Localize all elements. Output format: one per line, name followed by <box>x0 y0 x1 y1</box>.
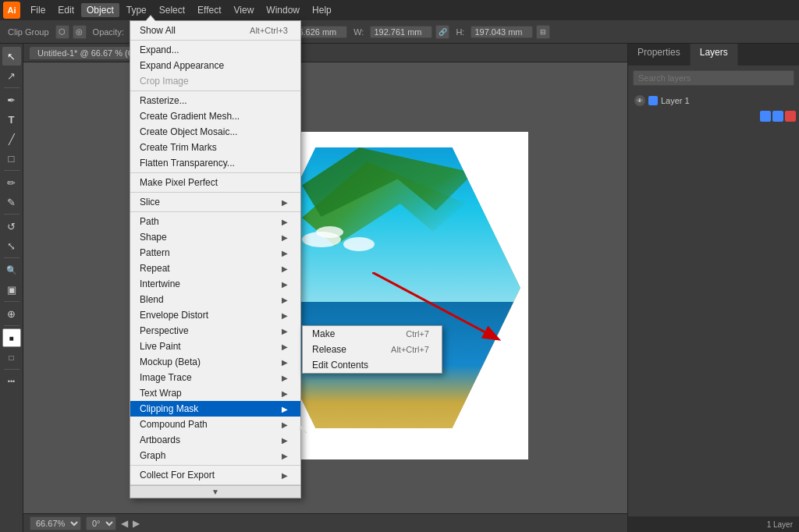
toolbar: Clip Group ⬡ ◎ Opacity: ▦ X: Y: W: 🔗 H: … <box>0 20 799 44</box>
menu-view[interactable]: View <box>229 3 260 17</box>
tab-properties[interactable]: Properties <box>628 44 691 66</box>
submenu-make[interactable]: Make Ctrl+7 <box>303 326 442 342</box>
menu-scroll-down-icon[interactable]: ▼ <box>211 488 219 496</box>
lock-proportions-icon[interactable]: 🔗 <box>435 25 449 39</box>
menu-crop-image: Crop Image <box>130 73 300 89</box>
menu-make-pixel-perfect[interactable]: Make Pixel Perfect <box>130 175 300 190</box>
menu-image-trace[interactable]: Image Trace ▶ <box>130 370 300 385</box>
tab-layers[interactable]: Layers <box>691 44 738 66</box>
eyedropper-tool[interactable]: 🔍 <box>2 261 21 279</box>
scale-tool[interactable]: ⤡ <box>2 236 21 255</box>
menu-artboards[interactable]: Artboards ▶ <box>130 432 300 448</box>
canvas-area: Untitled-1* @ 66.67 % (CMY <box>23 44 627 532</box>
menu-slice[interactable]: Slice ▶ <box>130 194 300 210</box>
w-field[interactable] <box>370 26 432 38</box>
menu-create-gradient-mesh[interactable]: Create Gradient Mesh... <box>130 108 300 124</box>
rect-tool[interactable]: □ <box>2 149 21 168</box>
menu-effect[interactable]: Effect <box>192 3 226 17</box>
canvas-bottom-bar: 66.67% 0° ◀ ▶ <box>23 513 627 532</box>
submenu-edit-contents[interactable]: Edit Contents <box>303 357 442 373</box>
object-menu[interactable]: Show All Alt+Ctrl+3 Expand... Expand App… <box>130 20 301 498</box>
menu-section-2: Expand... Expand Appearance Crop Image <box>130 41 300 91</box>
menu-blend[interactable]: Blend ▶ <box>130 292 300 307</box>
menu-expand-appearance[interactable]: Expand Appearance <box>130 58 300 73</box>
clipping-mask-submenu[interactable]: Make Ctrl+7 Release Alt+Ctrl+7 Edit Cont… <box>302 325 442 374</box>
submenu-release[interactable]: Release Alt+Ctrl+7 <box>303 342 442 357</box>
toolbar-icon-1[interactable]: ⬡ <box>55 25 69 39</box>
menu-shape[interactable]: Shape ▶ <box>130 229 300 245</box>
menu-intertwine[interactable]: Intertwine ▶ <box>130 276 300 292</box>
menu-perspective[interactable]: Perspective ▶ <box>130 323 300 339</box>
menu-envelope-distort[interactable]: Envelope Distort ▶ <box>130 307 300 323</box>
menu-repeat[interactable]: Repeat ▶ <box>130 261 300 276</box>
layer-visibility-icon[interactable]: 👁 <box>634 95 645 106</box>
direct-select-tool[interactable]: ↗ <box>2 66 21 85</box>
menu-help[interactable]: Help <box>307 3 337 17</box>
clip-group-label: Clip Group <box>5 26 52 38</box>
canvas-tab-bar: Untitled-1* @ 66.67 % (CMY <box>23 44 627 62</box>
right-panel: Properties Layers 👁 Layer 1 1 Layer <box>627 44 799 532</box>
menu-flatten-transparency[interactable]: Flatten Transparency... <box>130 155 300 171</box>
menu-text-wrap[interactable]: Text Wrap ▶ <box>130 385 300 401</box>
menu-expand[interactable]: Expand... <box>130 42 300 58</box>
pen-tool[interactable]: ✒ <box>2 90 21 109</box>
tool-separator-1 <box>4 87 20 88</box>
menu-clipping-mask[interactable]: Clipping Mask ▶ <box>130 401 300 417</box>
layer-name[interactable]: Layer 1 <box>661 96 690 105</box>
layer-indicator-2 <box>772 111 783 122</box>
app-logo: Ai <box>3 2 20 19</box>
gradient-tool[interactable]: ▣ <box>2 280 21 299</box>
tool-separator-4 <box>4 257 20 258</box>
menu-pattern[interactable]: Pattern ▶ <box>130 245 300 261</box>
rotate-tool[interactable]: ↺ <box>2 217 21 236</box>
menu-object[interactable]: Object <box>81 3 119 17</box>
nav-prev[interactable]: ◀ <box>121 518 128 529</box>
toolbar-icon-2[interactable]: ◎ <box>73 25 87 39</box>
layer-count: 1 Layer <box>767 520 793 529</box>
menu-window[interactable]: Window <box>261 3 305 17</box>
layers-search-input[interactable] <box>633 70 794 86</box>
zoom-select[interactable]: 66.67% <box>30 516 81 530</box>
menu-path[interactable]: Path ▶ <box>130 214 300 229</box>
tool-separator-7 <box>4 369 20 370</box>
menu-rasterize[interactable]: Rasterize... <box>130 93 300 108</box>
menu-section-6: Path ▶ Shape ▶ Pattern ▶ Repeat ▶ Intert… <box>130 212 300 466</box>
layer-color-swatch <box>648 96 658 105</box>
menu-compound-path[interactable]: Compound Path ▶ <box>130 417 300 432</box>
menu-edit[interactable]: Edit <box>52 3 80 17</box>
tools-panel: ↖ ↗ ✒ T ╱ □ ✏ ✎ ↺ ⤡ 🔍 ▣ ⊕ ■ □ ••• <box>0 44 23 532</box>
pencil-tool[interactable]: ✎ <box>2 193 21 211</box>
fill-color[interactable]: ■ <box>2 328 21 347</box>
tool-separator-2 <box>4 170 20 171</box>
opacity-label: Opacity: <box>90 26 127 38</box>
menu-create-trim-marks[interactable]: Create Trim Marks <box>130 140 300 155</box>
tool-separator-6 <box>4 325 20 326</box>
menu-mockup-beta[interactable]: Mockup (Beta) ▶ <box>130 354 300 370</box>
stroke-color[interactable]: □ <box>2 348 21 367</box>
menu-section-1: Show All Alt+Ctrl+3 <box>130 21 300 41</box>
zoom-tool[interactable]: ⊕ <box>2 304 21 323</box>
h-field[interactable] <box>471 26 533 38</box>
menu-create-object-mosaic[interactable]: Create Object Mosaic... <box>130 124 300 140</box>
menu-live-paint[interactable]: Live Paint ▶ <box>130 339 300 354</box>
menu-section-5: Slice ▶ <box>130 193 300 212</box>
rotation-select[interactable]: 0° <box>86 516 116 530</box>
layers-panel-content: 👁 Layer 1 <box>628 90 799 516</box>
nav-next[interactable]: ▶ <box>133 518 140 529</box>
more-tools[interactable]: ••• <box>2 372 21 391</box>
line-tool[interactable]: ╱ <box>2 129 21 148</box>
align-icon[interactable]: ⊟ <box>536 25 550 39</box>
type-tool[interactable]: T <box>2 110 21 129</box>
w-label: W: <box>350 26 367 38</box>
canvas-content[interactable] <box>23 62 627 513</box>
select-tool[interactable]: ↖ <box>2 47 21 66</box>
menu-graph[interactable]: Graph ▶ <box>130 448 300 463</box>
menu-show-all[interactable]: Show All Alt+Ctrl+3 <box>130 23 300 38</box>
layer-indicator-1 <box>760 111 771 122</box>
menu-select[interactable]: Select <box>154 3 190 17</box>
paintbrush-tool[interactable]: ✏ <box>2 173 21 192</box>
tool-separator-3 <box>4 214 20 215</box>
menu-file[interactable]: File <box>25 3 51 17</box>
layer-row[interactable]: 👁 Layer 1 <box>631 94 796 108</box>
menu-collect-for-export[interactable]: Collect For Export ▶ <box>130 467 300 483</box>
